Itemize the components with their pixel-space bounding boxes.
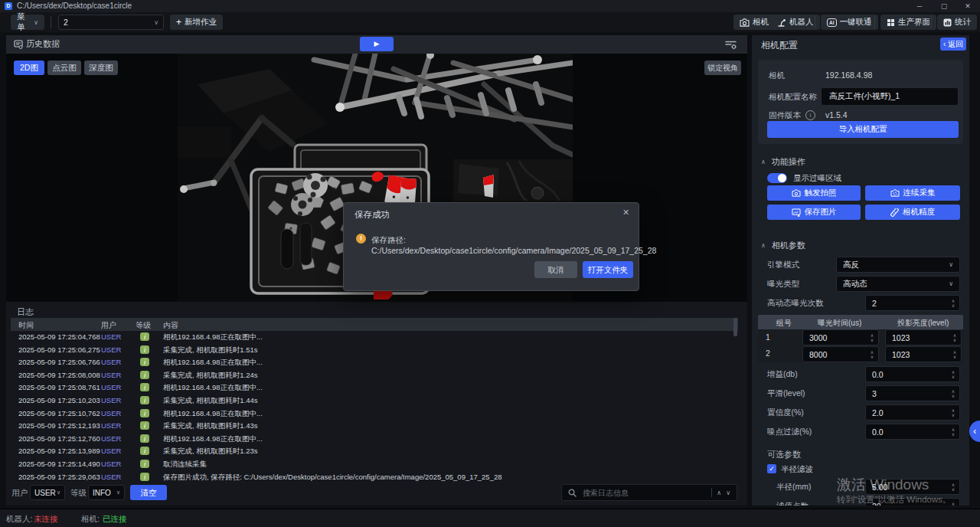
log-row[interactable]: 2025-05-09 17:25:29,063USERi保存图片成功, 保存路径…: [11, 471, 738, 484]
chevron-down-icon: ∨: [34, 19, 38, 26]
log-content: 采集完成, 相机取图耗时1.44s: [163, 396, 258, 406]
log-user: USER: [101, 345, 121, 354]
log-search-input[interactable]: [581, 488, 707, 498]
back-button[interactable]: ‹ 返回: [940, 38, 966, 51]
minimize-button[interactable]: ─: [913, 1, 926, 11]
config-name-input[interactable]: [828, 91, 952, 102]
stepper-arrows-icon[interactable]: ∧∨: [947, 483, 959, 492]
toolbar-camera-button[interactable]: 相机: [733, 15, 775, 30]
brightness-2-value: 1023: [886, 350, 949, 359]
maximize-button[interactable]: ▢: [937, 1, 951, 11]
tab-depth[interactable]: 深度图: [84, 61, 118, 75]
log-row[interactable]: 2025-05-09 17:25:10,203USERi采集完成, 相机取图耗时…: [11, 394, 738, 408]
tab-2d[interactable]: 2D图: [14, 61, 44, 75]
exposure-type-select[interactable]: 高动态 ∨: [836, 276, 960, 292]
tab-pointcloud[interactable]: 点云图: [47, 61, 81, 75]
menu-button[interactable]: 菜单 ∨: [11, 15, 44, 30]
info-icon[interactable]: i: [805, 110, 815, 120]
panel-collapse-handle[interactable]: ‹: [969, 421, 980, 442]
confidence-stepper[interactable]: 2.0 ∧∨: [865, 404, 960, 421]
stepper-arrows-icon[interactable]: ∧∨: [947, 427, 959, 437]
continuous-capture-button[interactable]: 连续采集: [865, 185, 960, 201]
dialog-message: 保存路径: C:/Users/dex/Desktop/case1circle/c…: [371, 235, 632, 255]
noise-filter-value: 0.0: [866, 427, 947, 437]
engine-mode-select[interactable]: 高反 ∨: [836, 257, 960, 273]
trigger-capture-button[interactable]: 触发拍照: [767, 185, 861, 201]
toolbar-stats-button[interactable]: 统计: [937, 15, 977, 30]
radius-label: 半径(mm): [776, 482, 812, 493]
open-folder-button[interactable]: 打开文件夹: [583, 261, 633, 278]
exposure-1-stepper[interactable]: 3000 ∧∨: [802, 329, 879, 345]
stepper-arrows-icon[interactable]: ∧∨: [947, 389, 959, 398]
log-row[interactable]: 2025-05-09 17:25:08,008USERi采集完成, 相机取图耗时…: [11, 369, 738, 382]
group-2: 2: [766, 349, 770, 358]
log-row[interactable]: 2025-05-09 17:25:13,989USERi采集完成, 相机取图耗时…: [11, 445, 738, 458]
noise-filter-stepper[interactable]: 0.0 ∧∨: [865, 424, 960, 440]
log-user: USER: [101, 434, 121, 443]
toolbar-robot-button[interactable]: 机器人: [771, 15, 820, 30]
stepper-arrows-icon[interactable]: ∧∨: [949, 333, 961, 342]
log-time: 2025-05-09 17:25:04,768: [18, 332, 100, 341]
save-image-button[interactable]: 保存图片: [767, 205, 861, 220]
save-image-icon: [792, 208, 801, 217]
dialog-title: 保存成功: [354, 209, 390, 221]
chevron-up-icon[interactable]: ∧: [717, 489, 721, 496]
log-row[interactable]: 2025-05-09 17:25:10,762USERi相机192.168.4.…: [11, 408, 738, 421]
brightness-2-stepper[interactable]: 1023 ∧∨: [885, 346, 962, 362]
stepper-arrows-icon[interactable]: ∧∨: [949, 350, 961, 359]
log-content: 采集完成, 相机取图耗时1.43s: [163, 421, 258, 431]
cancel-button[interactable]: 取消: [534, 261, 577, 278]
log-row[interactable]: 2025-05-09 17:25:06,766USERi相机192.168.4.…: [11, 356, 738, 369]
stepper-arrows-icon[interactable]: ∧∨: [947, 408, 959, 417]
stepper-arrows-icon[interactable]: ∧∨: [947, 370, 959, 379]
params-section-header[interactable]: ∧ 相机参数: [761, 240, 805, 251]
toolbar-link-button[interactable]: AI 一键联通: [821, 15, 878, 30]
lock-view-button[interactable]: 锁定视角: [704, 61, 741, 75]
close-icon[interactable]: ✕: [622, 208, 629, 218]
log-row[interactable]: 2025-05-09 17:25:08,761USERi相机192.168.4.…: [11, 381, 738, 394]
stepper-arrows-icon[interactable]: ∧∨: [947, 299, 959, 308]
stepper-arrows-icon[interactable]: ∧∨: [866, 350, 878, 359]
camera-precision-button[interactable]: 相机精度: [865, 205, 960, 220]
hdr-count-stepper[interactable]: 2 ∧∨: [865, 295, 960, 311]
smooth-stepper[interactable]: 3 ∧∨: [865, 385, 960, 401]
save-success-dialog: 保存成功 ✕ ! 保存路径: C:/Users/dex/Desktop/case…: [343, 202, 639, 291]
log-time: 2025-05-09 17:25:06,275: [18, 345, 100, 354]
config-name-field[interactable]: [821, 87, 959, 106]
clear-log-button[interactable]: 清空: [130, 485, 167, 500]
exposure-2-stepper[interactable]: 8000 ∧∨: [802, 346, 879, 362]
log-row[interactable]: 2025-05-09 17:25:12,193USERi采集完成, 相机取图耗时…: [11, 420, 738, 433]
run-button[interactable]: ▶: [360, 37, 394, 51]
log-row[interactable]: 2025-05-09 17:25:12,760USERi相机192.168.4.…: [11, 433, 738, 446]
log-search[interactable]: ∧ ∨: [561, 484, 737, 501]
log-content: 相机192.168.4.98正在取图中...: [163, 434, 263, 444]
ops-section-label: 功能操作: [772, 156, 805, 168]
import-config-button[interactable]: 导入相机配置: [767, 121, 959, 138]
chevron-down-icon[interactable]: ∨: [726, 489, 730, 496]
stepper-arrows-icon[interactable]: ∧∨: [866, 333, 878, 342]
toolbar-production-button[interactable]: 生产界面: [880, 15, 936, 30]
new-job-button[interactable]: + 新增作业: [170, 15, 223, 30]
log-content: 相机192.168.4.98正在取图中...: [163, 332, 263, 342]
log-user: USER: [101, 396, 121, 404]
close-button[interactable]: ✕: [961, 1, 975, 11]
log-level-filter[interactable]: INFO ∨: [88, 485, 125, 500]
radius-filter-checkbox[interactable]: ✓: [767, 464, 776, 473]
hdr-count-label: 高动态曝光次数: [767, 298, 824, 309]
log-row[interactable]: 2025-05-09 17:25:04,768USERi相机192.168.4.…: [11, 331, 738, 344]
log-row[interactable]: 2025-05-09 17:25:06,275USERi采集完成, 相机取图耗时…: [11, 344, 738, 357]
exposure-table-header: 组号 曝光时间(us) 投影亮度(level): [758, 315, 963, 329]
log-settings-button[interactable]: [724, 39, 737, 53]
log-scrollbar[interactable]: [733, 318, 737, 336]
col-exposure-time: 曝光时间(us): [818, 318, 861, 329]
divider: [51, 16, 51, 28]
log-row[interactable]: 2025-05-09 17:25:14,490USERi取消连续采集: [11, 458, 738, 471]
gain-stepper[interactable]: 0.0 ∧∨: [865, 366, 960, 382]
log-level-filter-value: INFO: [93, 489, 111, 497]
overexposure-toggle[interactable]: [767, 173, 787, 183]
job-select[interactable]: 2 ∨: [58, 15, 164, 30]
log-user-filter[interactable]: USER ∨: [30, 485, 65, 500]
ops-section-header[interactable]: ∧ 功能操作: [761, 156, 805, 168]
camera-loop-icon: [890, 189, 900, 197]
brightness-1-stepper[interactable]: 1023 ∧∨: [885, 329, 962, 345]
